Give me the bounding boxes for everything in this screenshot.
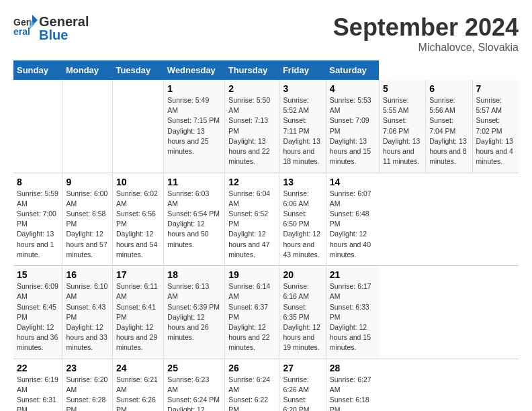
- sunset: Sunset: 6:20 PM: [283, 396, 309, 411]
- daylight: Daylight: 12 hours and 57 minutes.: [66, 230, 107, 258]
- calendar-week-row: 15 Sunrise: 6:09 AM Sunset: 6:45 PM Dayl…: [13, 266, 519, 359]
- daylight: Daylight: 12 hours and 26 minutes.: [167, 313, 208, 341]
- calendar-cell: 8 Sunrise: 5:59 AM Sunset: 7:00 PM Dayli…: [13, 173, 62, 266]
- svg-text:eral: eral: [13, 26, 30, 37]
- daylight: Daylight: 13 hours and 18 minutes.: [283, 137, 320, 165]
- day-number: 23: [66, 363, 109, 373]
- sunset: Sunset: 6:41 PM: [116, 303, 156, 321]
- day-info: Sunrise: 5:53 AM Sunset: 7:09 PM Dayligh…: [330, 95, 375, 167]
- calendar-cell: 12 Sunrise: 6:04 AM Sunset: 6:52 PM Dayl…: [225, 173, 279, 266]
- calendar-cell: 25 Sunrise: 6:23 AM Sunset: 6:24 PM Dayl…: [164, 359, 225, 411]
- calendar-cell: 15 Sunrise: 6:09 AM Sunset: 6:45 PM Dayl…: [13, 266, 62, 359]
- day-number: 20: [283, 269, 322, 280]
- sunrise: Sunrise: 6:14 AM: [228, 282, 270, 300]
- day-info: Sunrise: 6:17 AM Sunset: 6:33 PM Dayligh…: [330, 281, 376, 353]
- sunrise: Sunrise: 5:57 AM: [476, 96, 502, 114]
- sunrise: Sunrise: 6:00 AM: [66, 189, 107, 208]
- day-number: 12: [228, 177, 275, 187]
- day-info: Sunrise: 5:59 AM Sunset: 7:00 PM Dayligh…: [17, 189, 58, 261]
- sunrise: Sunrise: 6:04 AM: [228, 189, 270, 208]
- calendar-cell: 4 Sunrise: 5:53 AM Sunset: 7:09 PM Dayli…: [326, 80, 379, 173]
- sunset: Sunset: 6:58 PM: [66, 210, 105, 228]
- sunrise: Sunrise: 6:24 AM: [228, 375, 270, 394]
- calendar-cell: 9 Sunrise: 6:00 AM Sunset: 6:58 PM Dayli…: [62, 173, 113, 266]
- day-info: Sunrise: 6:11 AM Sunset: 6:41 PM Dayligh…: [116, 281, 160, 353]
- sunset: Sunset: 6:39 PM: [167, 303, 220, 311]
- weekday-header-row: SundayMondayTuesdayWednesdayThursdayFrid…: [13, 60, 519, 80]
- day-number: 4: [330, 83, 375, 94]
- day-number: 27: [283, 363, 322, 373]
- calendar-cell: 19 Sunrise: 6:14 AM Sunset: 6:37 PM Dayl…: [225, 266, 279, 359]
- sunset: Sunset: 6:24 PM: [167, 396, 220, 404]
- day-number: 3: [283, 83, 322, 94]
- day-info: Sunrise: 6:10 AM Sunset: 6:43 PM Dayligh…: [66, 281, 109, 353]
- calendar-cell: 23 Sunrise: 6:20 AM Sunset: 6:28 PM Dayl…: [62, 359, 113, 411]
- sunset: Sunset: 6:28 PM: [66, 396, 105, 411]
- daylight: Daylight: 12 hours and 54 minutes.: [116, 230, 157, 258]
- sunset: Sunset: 6:50 PM: [283, 210, 309, 228]
- daylight: Daylight: 12 hours and 22 minutes.: [228, 323, 269, 351]
- daylight: Daylight: 13 hours and 22 minutes.: [228, 137, 269, 165]
- daylight: Daylight: 12 hours and 36 minutes.: [17, 323, 58, 351]
- sunset: Sunset: 7:06 PM: [383, 116, 409, 134]
- sunrise: Sunrise: 6:19 AM: [17, 375, 58, 394]
- calendar-cell: 2 Sunrise: 5:50 AM Sunset: 7:13 PM Dayli…: [225, 80, 279, 173]
- daylight: Daylight: 12 hours and 40 minutes.: [330, 230, 371, 258]
- day-number: 14: [330, 177, 376, 187]
- day-info: Sunrise: 5:50 AM Sunset: 7:13 PM Dayligh…: [228, 95, 275, 167]
- sunset: Sunset: 6:37 PM: [228, 303, 268, 321]
- day-number: 5: [383, 83, 422, 94]
- calendar-cell: 14 Sunrise: 6:07 AM Sunset: 6:48 PM Dayl…: [326, 173, 379, 266]
- daylight: Daylight: 13 hours and 4 minutes.: [476, 137, 513, 165]
- day-info: Sunrise: 5:52 AM Sunset: 7:11 PM Dayligh…: [283, 95, 322, 167]
- weekday-header: Tuesday: [112, 60, 163, 80]
- day-info: Sunrise: 5:56 AM Sunset: 7:04 PM Dayligh…: [429, 95, 468, 167]
- sunrise: Sunrise: 6:21 AM: [116, 375, 158, 394]
- daylight: Daylight: 12 hours and 29 minutes.: [116, 323, 157, 351]
- day-number: 6: [429, 83, 468, 94]
- calendar-cell: 13 Sunrise: 6:06 AM Sunset: 6:50 PM Dayl…: [279, 173, 326, 266]
- sunset: Sunset: 7:04 PM: [429, 116, 455, 134]
- sunset: Sunset: 6:48 PM: [330, 210, 369, 228]
- calendar-table: SundayMondayTuesdayWednesdayThursdayFrid…: [13, 60, 519, 411]
- calendar-cell: 7 Sunrise: 5:57 AM Sunset: 7:02 PM Dayli…: [472, 80, 519, 173]
- sunrise: Sunrise: 5:52 AM: [283, 96, 309, 114]
- day-info: Sunrise: 5:55 AM Sunset: 7:06 PM Dayligh…: [383, 95, 422, 167]
- sunrise: Sunrise: 6:26 AM: [283, 375, 309, 394]
- day-number: 1: [167, 83, 221, 94]
- sunrise: Sunrise: 6:02 AM: [116, 189, 158, 208]
- month-title: September 2024: [333, 13, 519, 42]
- day-info: Sunrise: 6:09 AM Sunset: 6:45 PM Dayligh…: [17, 281, 58, 353]
- calendar-cell: 11 Sunrise: 6:03 AM Sunset: 6:54 PM Dayl…: [164, 173, 225, 266]
- sunset: Sunset: 7:09 PM: [330, 116, 369, 134]
- sunrise: Sunrise: 6:06 AM: [283, 189, 309, 208]
- day-info: Sunrise: 6:13 AM Sunset: 6:39 PM Dayligh…: [167, 281, 221, 342]
- daylight: Daylight: 13 hours and 1 minute.: [17, 230, 54, 258]
- sunrise: Sunrise: 6:23 AM: [167, 375, 209, 394]
- sunrise: Sunrise: 5:59 AM: [17, 189, 58, 208]
- sunrise: Sunrise: 5:50 AM: [228, 96, 270, 114]
- title-area: September 2024 Michalovce, Slovakia: [333, 13, 519, 54]
- day-number: 7: [476, 83, 516, 94]
- day-info: Sunrise: 6:27 AM Sunset: 6:18 PM Dayligh…: [330, 375, 376, 411]
- sunrise: Sunrise: 6:27 AM: [330, 375, 371, 394]
- sunset: Sunset: 7:02 PM: [476, 116, 502, 134]
- sunset: Sunset: 6:31 PM: [17, 396, 56, 411]
- day-info: Sunrise: 6:06 AM Sunset: 6:50 PM Dayligh…: [283, 189, 322, 261]
- calendar-cell: 5 Sunrise: 5:55 AM Sunset: 7:06 PM Dayli…: [379, 80, 425, 173]
- sunrise: Sunrise: 5:49 AM: [167, 96, 209, 114]
- day-info: Sunrise: 6:21 AM Sunset: 6:26 PM Dayligh…: [116, 375, 160, 411]
- daylight: Daylight: 12 hours and 47 minutes.: [228, 230, 269, 258]
- calendar-week-row: 8 Sunrise: 5:59 AM Sunset: 7:00 PM Dayli…: [13, 173, 519, 266]
- calendar-cell: 28 Sunrise: 6:27 AM Sunset: 6:18 PM Dayl…: [326, 359, 379, 411]
- day-number: 11: [167, 177, 221, 187]
- sunset: Sunset: 6:56 PM: [116, 210, 156, 228]
- daylight: Daylight: 12 hours and 1 minute.: [167, 406, 204, 411]
- calendar-cell: 6 Sunrise: 5:56 AM Sunset: 7:04 PM Dayli…: [426, 80, 472, 173]
- day-info: Sunrise: 6:04 AM Sunset: 6:52 PM Dayligh…: [228, 189, 275, 261]
- calendar-cell: 16 Sunrise: 6:10 AM Sunset: 6:43 PM Dayl…: [62, 266, 113, 359]
- day-number: 25: [167, 363, 221, 373]
- calendar-cell: [62, 80, 113, 173]
- calendar-cell: 1 Sunrise: 5:49 AM Sunset: 7:15 PM Dayli…: [164, 80, 225, 173]
- calendar-cell: 21 Sunrise: 6:17 AM Sunset: 6:33 PM Dayl…: [326, 266, 379, 359]
